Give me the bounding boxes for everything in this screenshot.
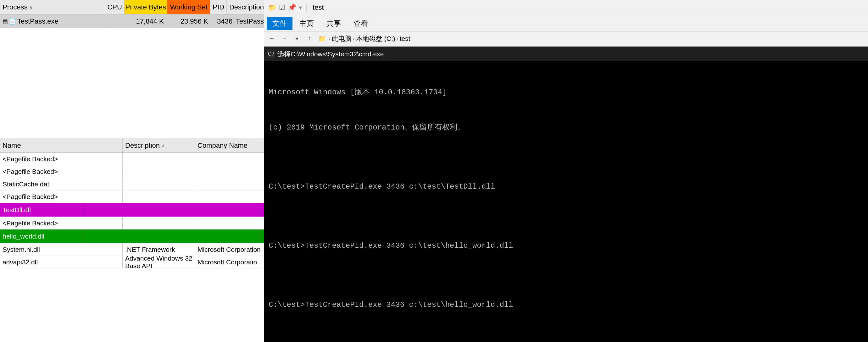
process-pid-value: 3436 [217, 17, 232, 26]
dll-rows: <Pagefile Backed> <Pagefile Backed> Stat… [0, 153, 264, 342]
cmd-line-1: (c) 2019 Microsoft Corporation。保留所有权利。 [269, 122, 864, 133]
dll-name-cell: <Pagefile Backed> [0, 153, 123, 165]
dll-description-header-label: Description [125, 142, 160, 150]
cmd-icon-symbol: C:\ [268, 51, 274, 57]
explorer-titlebar: 📁 ☑ 📌 ▾ | test [264, 0, 868, 15]
dll-name-value: <Pagefile Backed> [2, 193, 58, 200]
process-cpu-cell [108, 14, 128, 28]
dll-name-value: <Pagefile Backed> [2, 219, 58, 227]
working-set-header-label: Working Set [170, 3, 208, 11]
tab-zhuye[interactable]: 主页 [294, 17, 319, 30]
dll-company-cell: Microsoft Corporatio [195, 258, 264, 266]
cmd-line-7: C:\test>TestCreatePId.exe 3436 c:\test\h… [269, 299, 864, 311]
dll-name-value: <Pagefile Backed> [2, 155, 58, 163]
dll-name-value: advapi32.dll [2, 258, 38, 266]
process-private-bytes-value: 17,844 K [136, 17, 164, 26]
process-description-value: TestPass [236, 17, 264, 26]
private-bytes-header-label: Private Bytes [125, 3, 166, 11]
explorer-title: test [313, 3, 323, 12]
tab-gongxiang[interactable]: 共享 [321, 17, 347, 30]
col-description-header[interactable]: Description [227, 3, 264, 11]
cpu-header-label: CPU [107, 3, 122, 11]
process-file-icon: 📄 [9, 18, 16, 25]
folder-path-icon: 📁 [318, 35, 326, 42]
list-item[interactable]: <Pagefile Backed> [0, 217, 264, 229]
process-table: Process ∧ CPU Private Bytes Working Set … [0, 0, 264, 138]
back-icon: ← [269, 35, 275, 42]
col-cpu-header[interactable]: CPU [105, 0, 124, 14]
list-item[interactable]: hello_world.dll [0, 229, 264, 243]
dropdown-arrow-icon: ▾ [299, 4, 302, 11]
dll-company-value: Microsoft Corporatio [197, 258, 257, 266]
dll-description-value: Advanced Windows 32 Base API [125, 255, 195, 270]
back-button[interactable]: ← [267, 34, 277, 43]
col-name-header[interactable]: Name [0, 138, 123, 152]
cmd-window: C:\ 选择C:\Windows\System32\cmd.exe Micros… [264, 46, 868, 342]
dll-name-value: StaticCache.dat [2, 180, 49, 188]
dll-desc-cell [123, 165, 195, 178]
dll-sort-arrow-icon: ∧ [162, 143, 165, 148]
dll-name-cell: <Pagefile Backed> [0, 190, 123, 203]
separator: | [306, 3, 308, 12]
cmd-titlebar: C:\ 选择C:\Windows\System32\cmd.exe [264, 47, 868, 61]
dropdown-icon: ▾ [296, 35, 299, 42]
process-table-header: Process ∧ CPU Private Bytes Working Set … [0, 0, 264, 14]
cmd-line-0: Microsoft Windows [版本 10.0.18363.1734] [269, 87, 864, 98]
list-item[interactable]: <Pagefile Backed> [0, 153, 264, 165]
list-item[interactable]: TestDll.dll [0, 203, 264, 217]
up-icon: ↑ [308, 35, 311, 42]
list-item[interactable]: advapi32.dll Advanced Windows 32 Base AP… [0, 256, 264, 269]
left-panel: Process ∧ CPU Private Bytes Working Set … [0, 0, 264, 342]
path-part-1[interactable]: 本地磁盘 (C:) [356, 34, 395, 43]
process-header-label: Process [2, 3, 27, 11]
col-process-header[interactable]: Process ∧ [0, 0, 105, 14]
dll-desc-cell [123, 153, 195, 165]
tab-wenjianjia[interactable]: 文件 [267, 17, 292, 30]
list-item[interactable]: System.ni.dll .NET Framework Microsoft C… [0, 243, 264, 256]
tab-chakan-label: 查看 [353, 19, 368, 27]
list-item[interactable]: StaticCache.dat [0, 178, 264, 190]
forward-button[interactable]: → [279, 34, 289, 43]
explorer-window: 📁 ☑ 📌 ▾ | test 文件 主页 共享 查看 ← [264, 0, 868, 46]
path-separator-1: › [329, 35, 331, 42]
table-row[interactable]: ▤ 📄 TestPass.exe 17,844 K 23,956 K 3436 … [0, 14, 264, 28]
dll-desc-cell [123, 217, 195, 229]
dll-name-cell: <Pagefile Backed> [0, 165, 123, 178]
dll-name-cell: StaticCache.dat [0, 178, 123, 190]
dropdown-button[interactable]: ▾ [292, 34, 302, 43]
process-description-cell: TestPass [234, 17, 264, 26]
dll-name-value: TestDll.dll [2, 206, 31, 214]
cmd-line-3: C:\test>TestCreatePId.exe 3436 c:\test\T… [269, 181, 864, 192]
forward-icon: → [281, 35, 287, 42]
tab-wenjianjia-label: 文件 [272, 19, 287, 27]
up-button[interactable]: ↑ [304, 34, 314, 43]
dll-name-value: hello_world.dll [2, 232, 44, 240]
path-part-2[interactable]: test [400, 35, 410, 42]
dll-name-cell: hello_world.dll [0, 229, 83, 243]
company-header-label: Company Name [197, 142, 248, 150]
dll-name-cell: advapi32.dll [0, 256, 123, 268]
pin-icon: 📌 [288, 3, 296, 12]
cmd-line-5: C:\test>TestCreatePId.exe 3436 c:\test\h… [269, 240, 864, 251]
col-company-header[interactable]: Company Name [195, 142, 264, 150]
dll-desc-cell [83, 203, 261, 217]
process-name: TestPass.exe [17, 17, 59, 26]
right-panel: 📁 ☑ 📌 ▾ | test 文件 主页 共享 查看 ← [264, 0, 868, 342]
col-pid-header[interactable]: PID [210, 0, 227, 14]
description-header-label: Description [229, 3, 264, 11]
dll-name-cell: <Pagefile Backed> [0, 217, 123, 229]
col-private-bytes-header[interactable]: Private Bytes [124, 0, 167, 14]
dll-company-cell: Microsoft Corporation [195, 246, 264, 253]
process-name-cell: ▤ 📄 TestPass.exe [0, 14, 108, 28]
dll-desc-cell: Advanced Windows 32 Base API [123, 256, 195, 268]
col-working-set-header[interactable]: Working Set [167, 0, 210, 14]
checkmark-icon: ☑ [279, 3, 285, 12]
path-part-0[interactable]: 此电脑 [332, 34, 351, 43]
pid-header-label: PID [213, 3, 224, 11]
cmd-app-icon: C:\ [267, 50, 275, 58]
tab-chakan[interactable]: 查看 [348, 17, 374, 30]
list-item[interactable]: <Pagefile Backed> [0, 190, 264, 203]
col-dll-description-header[interactable]: Description ∧ [123, 138, 195, 152]
list-item[interactable]: <Pagefile Backed> [0, 165, 264, 178]
cmd-body[interactable]: Microsoft Windows [版本 10.0.18363.1734] (… [264, 61, 868, 342]
